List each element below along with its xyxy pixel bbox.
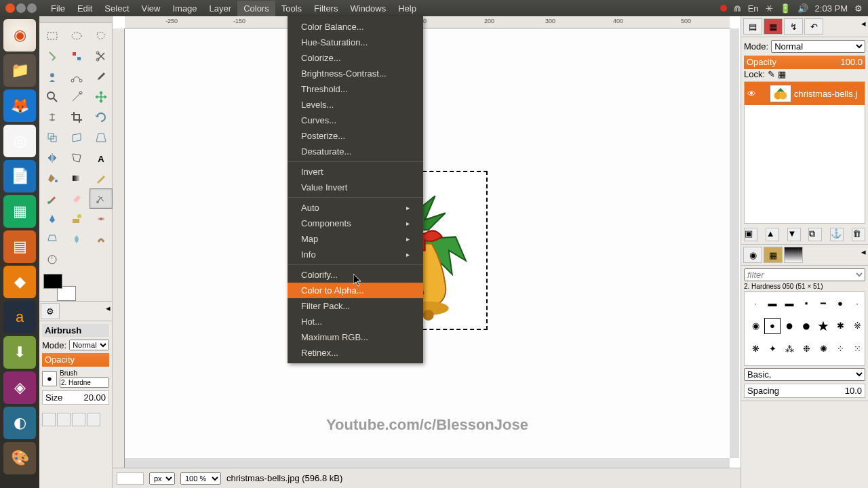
brush-2[interactable]: ▬ (764, 295, 781, 311)
brush-19[interactable]: ✺ (815, 340, 831, 357)
menu-windows[interactable]: Windows (344, 1, 392, 16)
launcher-app1[interactable]: ⬇ (3, 336, 36, 369)
brush-1[interactable]: · (747, 295, 764, 311)
layer-anchor[interactable]: ⚓ (830, 228, 844, 241)
launcher-writer[interactable]: 📄 (3, 160, 36, 192)
launcher-impress[interactable]: ▤ (3, 230, 36, 263)
brush-config-icon[interactable]: ◂ (861, 247, 866, 263)
volume-icon[interactable]: 🔊 (797, 3, 808, 14)
brush-3[interactable]: ▬ (781, 295, 797, 311)
brush-12[interactable]: ★ (815, 318, 831, 334)
brush-6[interactable]: ● (832, 295, 848, 311)
menu-colorize[interactable]: Colorize... (288, 50, 423, 66)
launcher-calc[interactable]: ▦ (3, 195, 36, 228)
brush-11[interactable]: ● (798, 318, 814, 334)
tool-cage[interactable] (65, 148, 88, 168)
menu-filter-pack[interactable]: Filter Pack... (288, 298, 423, 314)
brush-21[interactable]: ⁙ (849, 340, 865, 357)
brush-5[interactable]: ━ (815, 295, 831, 311)
menu-desaturate[interactable]: Desaturate... (288, 144, 423, 159)
lock-alpha-icon[interactable]: ▦ (778, 69, 786, 79)
menu-auto[interactable]: Auto (288, 200, 423, 216)
window-maximize-button[interactable] (27, 3, 37, 13)
toolopt-delete[interactable] (72, 413, 85, 426)
scrollbar-horizontal[interactable] (125, 458, 730, 468)
launcher-files[interactable]: 📁 (3, 54, 36, 87)
mode-select[interactable]: Normal (69, 340, 109, 350)
tool-bucket-fill[interactable] (41, 168, 64, 188)
menu-view[interactable]: View (136, 1, 167, 16)
brush-18[interactable]: ❉ (798, 340, 814, 357)
launcher-dash[interactable]: ◉ (3, 19, 36, 52)
opacity-slider[interactable]: Opacity (42, 353, 109, 367)
menu-invert[interactable]: Invert (288, 164, 423, 180)
tool-scale[interactable] (41, 127, 64, 148)
panel-config-icon[interactable]: ◂ (861, 18, 866, 35)
tool-move[interactable] (90, 87, 113, 107)
tool-pencil[interactable] (90, 168, 113, 188)
menu-hue-saturation[interactable]: Hue-Saturation... (288, 35, 423, 50)
menu-image[interactable]: Image (166, 1, 203, 16)
menu-select[interactable]: Select (98, 1, 135, 16)
toolopt-restore[interactable] (57, 413, 71, 426)
tab-patterns[interactable]: ▦ (764, 247, 783, 263)
menu-map[interactable]: Map (288, 231, 423, 247)
tool-perspective[interactable] (90, 127, 113, 148)
brush-filter[interactable]: filter (744, 268, 865, 281)
zoom-select[interactable]: 100 % (180, 472, 221, 485)
tool-zoom[interactable] (41, 87, 64, 107)
tool-scissors[interactable] (90, 46, 113, 66)
layer-name[interactable]: christmas-bells.j (794, 89, 857, 99)
brush-10[interactable]: ● (781, 318, 797, 334)
tool-foreground-select[interactable] (41, 66, 64, 87)
tool-clone[interactable] (65, 209, 88, 229)
brush-9[interactable]: ● (764, 318, 781, 334)
launcher-app3[interactable]: ◐ (3, 407, 36, 439)
layers-opacity-slider[interactable]: Opacity 100.0 (744, 56, 865, 69)
menu-info[interactable]: Info (288, 247, 423, 262)
brush-name-input[interactable] (60, 378, 109, 388)
layer-list[interactable]: 👁 christmas-bells.j (744, 81, 865, 224)
menu-curves[interactable]: Curves... (288, 113, 423, 128)
tool-airbrush[interactable] (90, 188, 113, 209)
tool-dodge-burn[interactable] (41, 249, 64, 270)
brush-17[interactable]: ⁂ (781, 340, 797, 357)
brush-16[interactable]: ✦ (764, 340, 781, 357)
menu-brightness-contrast[interactable]: Brightness-Contrast... (288, 66, 423, 81)
tab-brushes[interactable]: ◉ (743, 247, 762, 263)
visibility-icon[interactable]: 👁 (747, 89, 756, 99)
launcher-firefox[interactable]: 🦊 (3, 89, 36, 122)
window-close-button[interactable] (5, 3, 15, 13)
launcher-amazon[interactable]: a (3, 301, 36, 333)
tool-color-picker[interactable] (90, 66, 113, 87)
size-field[interactable]: Size 20.00 (42, 390, 109, 405)
menu-tools[interactable]: Tools (275, 1, 308, 16)
layers-mode-select[interactable]: Normal (771, 40, 865, 53)
toolbox-config-icon[interactable]: ◂ (106, 303, 111, 319)
menu-colors[interactable]: Colors (237, 1, 275, 16)
launcher-blender[interactable]: ◆ (3, 266, 36, 298)
brush-7[interactable]: · (849, 295, 865, 311)
layer-delete[interactable]: 🗑 (852, 228, 865, 241)
menu-help[interactable]: Help (392, 1, 422, 16)
tool-measure[interactable] (65, 87, 88, 107)
wifi-icon[interactable]: ⋒ (734, 3, 741, 14)
launcher-chrome[interactable]: ◎ (3, 125, 36, 157)
unit-select[interactable]: px (149, 472, 175, 485)
menu-value-invert[interactable]: Value Invert (288, 180, 423, 195)
layer-dup[interactable]: ⧉ (808, 228, 822, 241)
menu-levels[interactable]: Levels... (288, 97, 423, 113)
layer-item[interactable]: 👁 christmas-bells.j (745, 82, 865, 105)
tool-align[interactable] (41, 107, 64, 127)
tool-shear[interactable] (65, 127, 88, 148)
battery-icon[interactable]: 🔋 (780, 3, 791, 14)
lock-pixels-icon[interactable]: ✎ (768, 69, 775, 79)
menu-file[interactable]: File (45, 1, 71, 16)
launcher-app2[interactable]: ◈ (3, 371, 36, 404)
spacing-field[interactable]: Spacing 10.0 (744, 384, 865, 398)
toolopt-reset[interactable] (87, 413, 100, 426)
tool-perspective-clone[interactable] (41, 229, 64, 249)
tab-layers[interactable]: ▤ (743, 18, 762, 35)
color-swatches[interactable] (43, 274, 76, 301)
menu-posterize[interactable]: Posterize... (288, 128, 423, 144)
